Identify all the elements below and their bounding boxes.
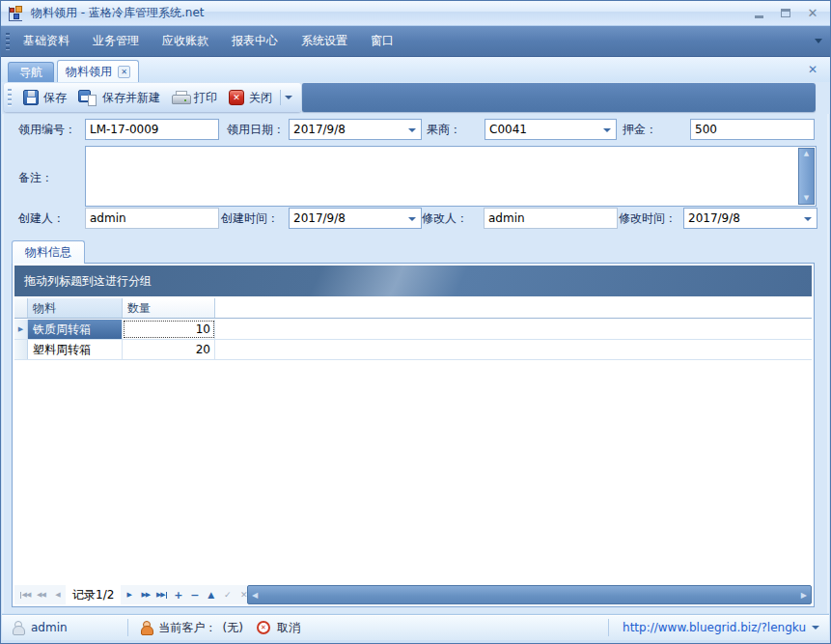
status-url-dropdown-icon[interactable] <box>812 626 819 630</box>
menu-item-receivables[interactable]: 应收账款 <box>157 29 213 53</box>
tab-material-info[interactable]: 物料信息 <box>12 240 85 264</box>
tabstrip-close-icon[interactable]: ✕ <box>808 63 817 76</box>
tab-navigation[interactable]: 导航 <box>8 62 54 82</box>
nav-last-bar <box>166 592 167 599</box>
menu-item-business[interactable]: 业务管理 <box>88 29 144 53</box>
hscroll-right-icon[interactable]: ▶ <box>801 591 807 600</box>
status-url-link[interactable]: http://www.bluegrid.biz/?lengku <box>623 621 806 634</box>
toolbar-row: 保存 保存并新建 打印 ✕ 关闭 <box>1 82 830 114</box>
nav-first-button[interactable]: ◀◀ <box>16 587 33 602</box>
current-customer-label: 当前客户： <box>159 620 217 636</box>
tab-material-requisition-label: 物料领用 <box>66 64 112 80</box>
toolbar-separator <box>280 90 281 105</box>
record-navigator: ◀◀ ◀◀ ◀ 记录1/2 ▶ ▶▶ ▶▶ + − ▲ ✓ ✕ <box>14 585 254 604</box>
menu-overflow-chevron-icon[interactable] <box>815 39 822 43</box>
scroll-up-icon[interactable]: ▲ <box>804 151 809 157</box>
scroll-down-icon[interactable]: ▼ <box>804 195 809 202</box>
nav-next-page-button[interactable]: ▶▶ <box>137 587 153 602</box>
status-bar: admin 当前客户： (无) ✕ 取消 http://www.bluegrid… <box>2 614 829 640</box>
printer-led <box>184 99 186 101</box>
nav-append-button[interactable]: + <box>170 587 186 602</box>
nav-post-button[interactable]: ✓ <box>219 587 235 602</box>
status-user: admin <box>31 621 68 634</box>
close-red-x-icon: ✕ <box>229 90 244 105</box>
minimize-button[interactable] <box>749 5 768 22</box>
grid-row-2[interactable]: 塑料周转箱 20 <box>14 340 812 360</box>
save-and-new-button-label: 保存并新建 <box>102 90 160 106</box>
create-time-dropdown-icon[interactable] <box>408 217 416 221</box>
deposit-label: 押金： <box>623 119 657 140</box>
requisition-date-dropdown-icon[interactable] <box>408 128 416 132</box>
menu-item-basic-data[interactable]: 基础资料 <box>18 29 74 53</box>
column-header-quantity[interactable]: 数量 <box>123 298 215 318</box>
memo-label: 备注： <box>18 167 53 188</box>
status-right-group: http://www.bluegrid.biz/?lengku <box>596 619 819 636</box>
nav-delete-button[interactable]: − <box>186 587 203 602</box>
modify-time-dropdown-icon[interactable] <box>804 217 812 221</box>
close-form-button-label: 关闭 <box>249 90 272 106</box>
nav-prev-button[interactable]: ◀ <box>49 587 66 602</box>
app-logo-blue-square <box>14 14 19 19</box>
cell-quantity-1[interactable]: 10 <box>123 320 215 339</box>
title-bar[interactable]: 物料领用 - 蓝格冷库管理系统.net ✕ <box>1 1 830 26</box>
save-button[interactable]: 保存 <box>17 87 72 109</box>
creator-input[interactable]: admin <box>85 208 219 229</box>
create-time-value: 2017/9/8 <box>293 211 346 225</box>
cell-material-2[interactable]: 塑料周转箱 <box>28 340 123 359</box>
materials-grid: 拖动列标题到这进行分组 物料 数量 ▶ 铁质周转箱 10 塑料周转箱 20 <box>12 263 815 607</box>
nav-edit-button[interactable]: ▲ <box>203 587 219 602</box>
modifier-input[interactable]: admin <box>484 208 618 229</box>
tab-material-requisition[interactable]: 物料领用 ✕ <box>57 60 139 82</box>
save-and-new-button[interactable]: 保存并新建 <box>72 87 166 109</box>
row-indicator-empty <box>14 340 28 359</box>
cell-quantity-2[interactable]: 20 <box>123 340 215 359</box>
cell-material-1[interactable]: 铁质周转箱 <box>28 320 123 339</box>
requisition-date-combo[interactable]: 2017/9/8 <box>289 119 422 140</box>
column-header-material[interactable]: 物料 <box>28 298 123 318</box>
print-printer-icon <box>172 91 189 105</box>
close-button[interactable]: ✕ <box>803 5 822 22</box>
toolbar-grip-icon[interactable] <box>8 89 12 106</box>
app-window: 物料领用 - 蓝格冷库管理系统.net ✕ 基础资料 业务管理 应收账款 报表中… <box>0 0 831 644</box>
tab-navigation-label: 导航 <box>19 66 42 79</box>
grid-group-panel-text: 拖动列标题到这进行分组 <box>24 273 152 290</box>
toolbar-dock <box>302 83 816 112</box>
grid-row-1[interactable]: ▶ 铁质周转箱 10 <box>14 320 812 340</box>
nav-last-button[interactable]: ▶▶ <box>153 587 170 602</box>
nav-first-bar <box>20 592 21 599</box>
deposit-input[interactable]: 500 <box>690 119 815 140</box>
requisition-code-input[interactable]: LM-17-0009 <box>85 119 219 140</box>
hscroll-left-icon[interactable]: ◀ <box>252 591 258 600</box>
cancel-customer-icon[interactable]: ✕ <box>257 621 270 634</box>
fruit-merchant-dropdown-icon[interactable] <box>603 128 611 132</box>
modify-time-combo[interactable]: 2017/9/8 <box>683 208 817 229</box>
maximize-icon <box>781 9 790 17</box>
cancel-customer-link[interactable]: 取消 <box>277 620 300 636</box>
print-button-label: 打印 <box>194 90 217 106</box>
modifier-label: 修改人： <box>422 208 468 229</box>
menu-item-window[interactable]: 窗口 <box>366 29 399 53</box>
app-logo-icon <box>9 6 24 21</box>
nav-next-button[interactable]: ▶ <box>121 587 137 602</box>
tab-close-icon[interactable]: ✕ <box>118 66 130 78</box>
close-form-button[interactable]: ✕ 关闭 <box>223 87 278 109</box>
app-logo-orange-square <box>15 6 22 13</box>
menu-item-system-settings[interactable]: 系统设置 <box>296 29 352 53</box>
memo-scrollbar[interactable]: ▲ ▼ <box>798 148 815 205</box>
memo-textarea[interactable]: ▲ ▼ <box>85 146 817 207</box>
grid-horizontal-scrollbar[interactable]: ◀ ▶ <box>247 585 812 604</box>
nav-prev-page-button[interactable]: ◀◀ <box>33 587 49 602</box>
menu-bar: 基础资料 业务管理 应收账款 报表中心 系统设置 窗口 <box>1 26 830 57</box>
menu-item-reports[interactable]: 报表中心 <box>227 29 283 53</box>
create-time-combo[interactable]: 2017/9/8 <box>289 208 422 229</box>
save-floppy-icon <box>23 90 39 105</box>
fruit-merchant-combo[interactable]: C0041 <box>485 119 617 140</box>
menu-grip-icon[interactable] <box>6 33 10 50</box>
save-and-new-page <box>88 95 97 106</box>
toolbar-dropdown-icon[interactable] <box>285 96 292 99</box>
grid-group-panel[interactable]: 拖动列标题到这进行分组 <box>14 266 812 296</box>
app-logo-red-square <box>10 8 14 13</box>
nav-record-label: 记录1/2 <box>66 585 121 604</box>
maximize-button[interactable] <box>776 5 795 22</box>
print-button[interactable]: 打印 <box>166 87 223 109</box>
